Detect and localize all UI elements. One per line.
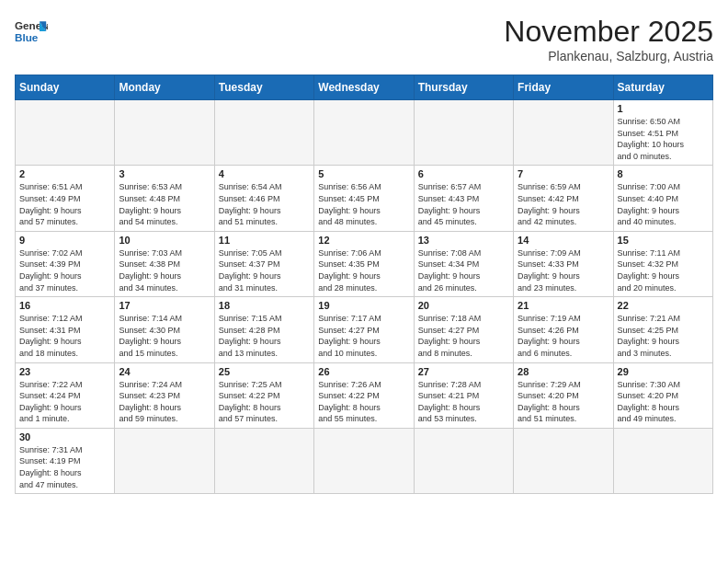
calendar-week-row: 2Sunrise: 6:51 AM Sunset: 4:49 PM Daylig…: [16, 166, 713, 231]
day-number: 30: [19, 431, 110, 442]
day-info: Sunrise: 6:56 AM Sunset: 4:45 PM Dayligh…: [318, 181, 409, 227]
calendar-cell: 12Sunrise: 7:06 AM Sunset: 4:35 PM Dayli…: [314, 231, 414, 296]
calendar-cell: 29Sunrise: 7:30 AM Sunset: 4:20 PM Dayli…: [613, 362, 712, 428]
day-number: 3: [119, 168, 210, 179]
day-info: Sunrise: 7:11 AM Sunset: 4:32 PM Dayligh…: [618, 247, 709, 293]
day-number: 25: [219, 366, 310, 377]
calendar-cell: 26Sunrise: 7:26 AM Sunset: 4:22 PM Dayli…: [314, 362, 414, 428]
day-number: 29: [618, 366, 709, 377]
calendar-cell: 1Sunrise: 6:50 AM Sunset: 4:51 PM Daylig…: [613, 100, 712, 166]
day-info: Sunrise: 7:03 AM Sunset: 4:38 PM Dayligh…: [119, 247, 210, 293]
calendar-cell: 25Sunrise: 7:25 AM Sunset: 4:22 PM Dayli…: [214, 362, 313, 428]
day-info: Sunrise: 7:02 AM Sunset: 4:39 PM Dayligh…: [19, 247, 110, 293]
day-info: Sunrise: 7:06 AM Sunset: 4:35 PM Dayligh…: [318, 247, 409, 293]
calendar-cell: 3Sunrise: 6:53 AM Sunset: 4:48 PM Daylig…: [115, 166, 214, 231]
calendar-cell: 28Sunrise: 7:29 AM Sunset: 4:20 PM Dayli…: [514, 362, 613, 428]
calendar-cell: [214, 100, 313, 166]
day-info: Sunrise: 7:14 AM Sunset: 4:30 PM Dayligh…: [119, 313, 210, 359]
svg-text:Blue: Blue: [15, 31, 39, 43]
day-number: 9: [19, 235, 110, 246]
calendar-cell: 14Sunrise: 7:09 AM Sunset: 4:33 PM Dayli…: [514, 231, 613, 296]
calendar-cell: [214, 428, 313, 493]
day-number: 2: [19, 168, 110, 179]
calendar-cell: [16, 100, 115, 166]
day-info: Sunrise: 7:31 AM Sunset: 4:19 PM Dayligh…: [19, 444, 110, 490]
day-number: 8: [618, 168, 709, 179]
day-number: 11: [219, 235, 310, 246]
day-info: Sunrise: 7:08 AM Sunset: 4:34 PM Dayligh…: [418, 247, 509, 293]
calendar-cell: 15Sunrise: 7:11 AM Sunset: 4:32 PM Dayli…: [613, 231, 712, 296]
day-info: Sunrise: 7:18 AM Sunset: 4:27 PM Dayligh…: [418, 313, 509, 359]
title-block: November 2025 Plankenau, Salzburg, Austr…: [504, 15, 713, 63]
weekday-header-tuesday: Tuesday: [214, 75, 313, 100]
calendar-cell: 10Sunrise: 7:03 AM Sunset: 4:38 PM Dayli…: [115, 231, 214, 296]
weekday-header-sunday: Sunday: [16, 75, 115, 100]
calendar-cell: 17Sunrise: 7:14 AM Sunset: 4:30 PM Dayli…: [115, 297, 214, 362]
day-number: 21: [518, 300, 609, 311]
day-info: Sunrise: 7:22 AM Sunset: 4:24 PM Dayligh…: [19, 379, 110, 425]
calendar-cell: 13Sunrise: 7:08 AM Sunset: 4:34 PM Dayli…: [414, 231, 513, 296]
day-number: 20: [418, 300, 509, 311]
day-info: Sunrise: 7:24 AM Sunset: 4:23 PM Dayligh…: [119, 379, 210, 425]
day-number: 14: [518, 235, 609, 246]
day-number: 22: [618, 300, 709, 311]
location-subtitle: Plankenau, Salzburg, Austria: [504, 49, 713, 63]
day-info: Sunrise: 7:09 AM Sunset: 4:33 PM Dayligh…: [518, 247, 609, 293]
day-info: Sunrise: 7:17 AM Sunset: 4:27 PM Dayligh…: [318, 313, 409, 359]
day-number: 17: [119, 300, 210, 311]
calendar-cell: [514, 100, 613, 166]
calendar-cell: 2Sunrise: 6:51 AM Sunset: 4:49 PM Daylig…: [16, 166, 115, 231]
day-info: Sunrise: 7:05 AM Sunset: 4:37 PM Dayligh…: [219, 247, 310, 293]
day-number: 5: [318, 168, 409, 179]
day-number: 26: [318, 366, 409, 377]
day-number: 18: [219, 300, 310, 311]
weekday-header-saturday: Saturday: [613, 75, 712, 100]
calendar-cell: 20Sunrise: 7:18 AM Sunset: 4:27 PM Dayli…: [414, 297, 513, 362]
day-number: 13: [418, 235, 509, 246]
day-number: 24: [119, 366, 210, 377]
calendar-cell: 8Sunrise: 7:00 AM Sunset: 4:40 PM Daylig…: [613, 166, 712, 231]
weekday-header-wednesday: Wednesday: [314, 75, 414, 100]
calendar-cell: 30Sunrise: 7:31 AM Sunset: 4:19 PM Dayli…: [16, 428, 115, 493]
day-info: Sunrise: 7:19 AM Sunset: 4:26 PM Dayligh…: [518, 313, 609, 359]
calendar-table: SundayMondayTuesdayWednesdayThursdayFrid…: [15, 75, 713, 494]
calendar-cell: 7Sunrise: 6:59 AM Sunset: 4:42 PM Daylig…: [514, 166, 613, 231]
calendar-cell: 6Sunrise: 6:57 AM Sunset: 4:43 PM Daylig…: [414, 166, 513, 231]
weekday-header-thursday: Thursday: [414, 75, 513, 100]
day-info: Sunrise: 6:57 AM Sunset: 4:43 PM Dayligh…: [418, 181, 509, 227]
calendar-cell: 23Sunrise: 7:22 AM Sunset: 4:24 PM Dayli…: [16, 362, 115, 428]
day-info: Sunrise: 6:54 AM Sunset: 4:46 PM Dayligh…: [219, 181, 310, 227]
day-info: Sunrise: 6:50 AM Sunset: 4:51 PM Dayligh…: [618, 116, 709, 162]
calendar-week-row: 9Sunrise: 7:02 AM Sunset: 4:39 PM Daylig…: [16, 231, 713, 296]
calendar-week-row: 30Sunrise: 7:31 AM Sunset: 4:19 PM Dayli…: [16, 428, 713, 493]
calendar-cell: 19Sunrise: 7:17 AM Sunset: 4:27 PM Dayli…: [314, 297, 414, 362]
calendar-cell: [115, 428, 214, 493]
calendar-week-row: 16Sunrise: 7:12 AM Sunset: 4:31 PM Dayli…: [16, 297, 713, 362]
day-number: 10: [119, 235, 210, 246]
day-info: Sunrise: 7:25 AM Sunset: 4:22 PM Dayligh…: [219, 379, 310, 425]
day-info: Sunrise: 7:28 AM Sunset: 4:21 PM Dayligh…: [418, 379, 509, 425]
day-info: Sunrise: 7:29 AM Sunset: 4:20 PM Dayligh…: [518, 379, 609, 425]
day-number: 6: [418, 168, 509, 179]
calendar-cell: 18Sunrise: 7:15 AM Sunset: 4:28 PM Dayli…: [214, 297, 313, 362]
day-info: Sunrise: 7:26 AM Sunset: 4:22 PM Dayligh…: [318, 379, 409, 425]
day-info: Sunrise: 7:30 AM Sunset: 4:20 PM Dayligh…: [618, 379, 709, 425]
day-number: 19: [318, 300, 409, 311]
calendar-cell: [514, 428, 613, 493]
calendar-week-row: 1Sunrise: 6:50 AM Sunset: 4:51 PM Daylig…: [16, 100, 713, 166]
weekday-header-friday: Friday: [514, 75, 613, 100]
logo: General Blue: [15, 15, 48, 48]
day-info: Sunrise: 7:15 AM Sunset: 4:28 PM Dayligh…: [219, 313, 310, 359]
day-number: 27: [418, 366, 509, 377]
calendar-cell: [414, 428, 513, 493]
day-number: 28: [518, 366, 609, 377]
calendar-cell: 16Sunrise: 7:12 AM Sunset: 4:31 PM Dayli…: [16, 297, 115, 362]
day-number: 15: [618, 235, 709, 246]
day-number: 23: [19, 366, 110, 377]
day-info: Sunrise: 6:53 AM Sunset: 4:48 PM Dayligh…: [119, 181, 210, 227]
weekday-header-monday: Monday: [115, 75, 214, 100]
calendar-cell: 24Sunrise: 7:24 AM Sunset: 4:23 PM Dayli…: [115, 362, 214, 428]
day-info: Sunrise: 7:12 AM Sunset: 4:31 PM Dayligh…: [19, 313, 110, 359]
day-number: 12: [318, 235, 409, 246]
page-header: General Blue November 2025 Plankenau, Sa…: [15, 15, 713, 63]
